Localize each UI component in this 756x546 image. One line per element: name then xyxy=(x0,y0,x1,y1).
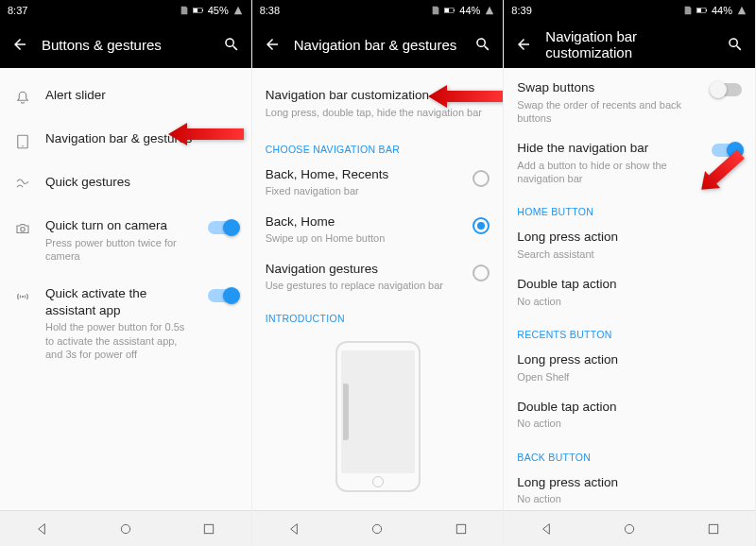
status-right: 44% xyxy=(431,5,495,16)
search-icon[interactable] xyxy=(727,36,744,53)
search-icon[interactable] xyxy=(474,36,491,53)
nav-home-icon[interactable] xyxy=(118,521,133,537)
panel-nav-bar-gestures: 8:38 44% Navigation bar & gestures Navig… xyxy=(252,0,505,546)
svg-rect-2 xyxy=(193,9,198,12)
item-title: Long press action xyxy=(517,229,742,246)
toggle-quick-camera[interactable] xyxy=(208,221,238,234)
sim-icon xyxy=(683,6,693,15)
nav-bar xyxy=(504,510,755,546)
header: Navigation bar customization xyxy=(504,21,755,68)
radio-back-home-recents[interactable]: Back, Home, Recents Fixed navigation bar xyxy=(252,159,504,206)
radio-icon[interactable] xyxy=(472,217,490,234)
item-sub: Open Shelf xyxy=(517,370,742,384)
item-title: Quick turn on camera xyxy=(45,217,195,234)
nav-recents-icon[interactable] xyxy=(454,521,469,537)
battery-icon xyxy=(444,6,455,15)
bell-icon xyxy=(13,89,32,108)
signal-icon xyxy=(232,6,244,15)
back-arrow-icon[interactable] xyxy=(264,36,281,53)
status-right: 44% xyxy=(683,5,747,16)
svg-rect-13 xyxy=(456,524,465,533)
section-recents-button: RECENTS BUTTON xyxy=(504,316,755,344)
back-arrow-icon[interactable] xyxy=(515,36,532,53)
radio-icon[interactable] xyxy=(472,170,490,187)
search-icon[interactable] xyxy=(223,36,240,53)
item-sub: No action xyxy=(517,492,742,505)
section-home-button: HOME BUTTON xyxy=(504,193,755,221)
item-sub: Swap the order of recents and back butto… xyxy=(517,98,698,126)
toggle-swap[interactable] xyxy=(712,83,742,96)
item-alert-slider[interactable]: Alert slider xyxy=(0,76,251,119)
nav-back-icon[interactable] xyxy=(539,521,554,537)
svg-point-7 xyxy=(121,524,129,533)
item-title: Navigation gestures xyxy=(266,261,460,278)
item-nav-customization[interactable]: Navigation bar customization Long press,… xyxy=(252,76,504,130)
battery-icon xyxy=(193,6,204,15)
nav-recents-icon[interactable] xyxy=(201,521,216,537)
svg-rect-15 xyxy=(706,9,707,11)
item-title: Navigation bar & gestures xyxy=(45,130,238,147)
item-quick-assistant[interactable]: Quick activate the assistant app Hold th… xyxy=(0,274,251,372)
radio-back-home[interactable]: Back, Home Swipe up on Home button xyxy=(252,206,504,253)
status-bar: 8:37 45% xyxy=(0,0,251,21)
item-title: Double tap action xyxy=(517,276,742,293)
status-time: 8:38 xyxy=(260,5,280,16)
nav-bar xyxy=(252,510,504,546)
header: Navigation bar & gestures xyxy=(252,21,504,68)
status-bar: 8:39 44% xyxy=(504,0,755,21)
item-recents-double-tap[interactable]: Double tap action No action xyxy=(504,391,755,438)
signal-icon xyxy=(736,6,747,15)
radio-nav-gestures[interactable]: Navigation gestures Use gestures to repl… xyxy=(252,253,504,300)
toggle-quick-assistant[interactable] xyxy=(208,289,238,302)
nav-home-icon[interactable] xyxy=(369,521,385,537)
panel-nav-customization: 8:39 44% Navigation bar customization Sw… xyxy=(504,0,756,546)
header: Buttons & gestures xyxy=(0,21,251,68)
section-introduction: INTRODUCTION xyxy=(252,299,504,328)
nav-bar xyxy=(0,510,251,546)
nav-recents-icon[interactable] xyxy=(706,521,721,537)
item-nav-bar-gestures[interactable]: Navigation bar & gestures xyxy=(0,119,251,162)
page-title: Buttons & gestures xyxy=(42,37,210,53)
sim-icon xyxy=(431,6,440,15)
svg-point-5 xyxy=(21,228,26,232)
battery-pct: 45% xyxy=(208,5,229,16)
svg-point-4 xyxy=(22,145,24,147)
item-sub: Use gestures to replace navigation bar xyxy=(266,279,460,292)
back-arrow-icon[interactable] xyxy=(11,36,28,53)
broadcast-icon xyxy=(13,287,32,306)
item-recents-long-press[interactable]: Long press action Open Shelf xyxy=(504,344,755,391)
camera-icon xyxy=(13,219,32,238)
item-home-long-press[interactable]: Long press action Search assistant xyxy=(504,221,755,268)
svg-point-17 xyxy=(625,524,633,533)
radio-icon[interactable] xyxy=(472,264,490,282)
status-bar: 8:38 44% xyxy=(252,0,504,21)
item-swap-buttons[interactable]: Swap buttons Swap the order of recents a… xyxy=(504,72,755,132)
status-time: 8:37 xyxy=(8,5,27,16)
svg-rect-11 xyxy=(445,9,450,12)
settings-list: Alert slider Navigation bar & gestures Q… xyxy=(0,68,251,510)
item-hide-nav-bar[interactable]: Hide the navigation bar Add a button to … xyxy=(504,132,755,193)
item-home-double-tap[interactable]: Double tap action No action xyxy=(504,268,755,316)
battery-pct: 44% xyxy=(459,5,480,16)
item-quick-camera[interactable]: Quick turn on camera Press power button … xyxy=(0,206,251,274)
item-quick-gestures[interactable]: Quick gestures xyxy=(0,162,251,206)
item-back-long-press[interactable]: Long press action No action xyxy=(504,467,755,510)
item-sub: Swipe up on Home button xyxy=(266,231,460,245)
page-title: Navigation bar & gestures xyxy=(294,37,462,53)
nav-home-icon[interactable] xyxy=(622,521,637,537)
section-back-button: BACK BUTTON xyxy=(504,438,755,467)
item-sub: No action xyxy=(517,417,742,430)
item-sub: Hold the power button for 0.5s to activa… xyxy=(45,320,195,361)
sim-icon xyxy=(180,6,189,15)
toggle-hide-nav[interactable] xyxy=(712,144,742,157)
intro-phone-illustration xyxy=(335,341,421,492)
nav-back-icon[interactable] xyxy=(286,521,301,537)
nav-back-icon[interactable] xyxy=(34,521,49,537)
item-title: Long press action xyxy=(517,351,742,368)
settings-list: Swap buttons Swap the order of recents a… xyxy=(504,68,755,510)
item-sub: Search assistant xyxy=(517,247,742,261)
item-title: Navigation bar customization xyxy=(266,87,490,104)
svg-rect-16 xyxy=(696,9,701,12)
item-sub: Fixed navigation bar xyxy=(266,184,460,197)
svg-rect-8 xyxy=(205,524,214,533)
